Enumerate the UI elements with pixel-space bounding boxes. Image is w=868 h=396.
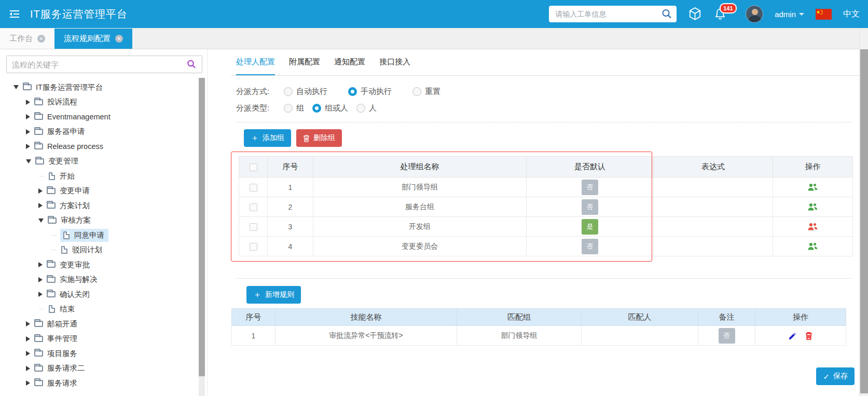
tree-item[interactable]: 服务器申请 [6,125,207,140]
scrollbar-thumb[interactable] [199,78,205,376]
caret-right-icon[interactable] [38,277,43,282]
menu-fold-icon[interactable] [8,9,21,19]
caret-right-icon[interactable] [26,351,30,356]
caret-right-icon[interactable] [26,129,30,134]
radio-auto-execute[interactable]: 自动执行 [284,87,327,97]
tab-workbench[interactable]: 工作台 ✕ [0,29,54,49]
tree-item[interactable]: 项目服务 [6,346,207,361]
tree-item[interactable]: 驳回计划 [6,243,207,258]
close-icon[interactable]: ✕ [115,35,123,43]
group-table-wrap: 序号 处理组名称 是否默认 表达式 操作 1 部门领导组 否 [231,156,859,256]
row-checkbox[interactable] [250,243,257,251]
radio-person[interactable]: 人 [356,103,377,113]
users-icon[interactable] [807,202,818,211]
cube-icon[interactable] [688,7,702,21]
user-menu[interactable]: admin [775,10,804,19]
caret-right-icon[interactable] [38,203,43,208]
tab-handler-config[interactable]: 处理人配置 [236,49,275,75]
tree-item[interactable]: IT服务运营管理平台 [6,80,207,95]
caret-down-icon[interactable] [26,159,31,163]
tree-item[interactable]: 变更审批 [6,257,207,272]
add-rule-button[interactable]: ＋新增规则 [246,286,301,304]
save-button[interactable]: ✓保存 [816,367,855,385]
tree-item[interactable]: 实施与解决 [6,272,207,288]
tree-item[interactable]: 方案计划 [6,198,207,213]
radio-group[interactable]: 组 [284,103,304,113]
caret-right-icon[interactable] [26,336,30,342]
radio-manual-execute[interactable]: 手动执行 [348,87,392,97]
sidebar-scrollbar[interactable] [199,78,205,396]
tree-item[interactable]: Release process [6,139,207,154]
caret-right-icon[interactable] [38,188,43,194]
tree-item[interactable]: Eventmanagement [6,110,207,125]
tree-item[interactable]: 确认关闭 [6,287,207,302]
search-icon[interactable] [186,59,197,70]
tab-interface-access[interactable]: 接口接入 [379,49,410,75]
scrollbar-thumb[interactable] [860,49,868,393]
delete-group-button[interactable]: 删除组 [296,129,342,147]
remark-badge[interactable]: 否 [719,328,735,344]
radio-selected-icon[interactable] [348,87,357,96]
caret-right-icon[interactable] [26,100,30,105]
default-badge[interactable]: 是 [582,219,598,235]
caret-right-icon[interactable] [26,366,30,371]
tree-item[interactable]: 结束 [6,302,207,317]
caret-right-icon[interactable] [26,321,30,326]
tab-process-rule-config[interactable]: 流程规则配置 ✕ [54,29,132,49]
radio-icon[interactable] [356,104,365,113]
tree-connector [39,176,44,176]
global-search-input[interactable] [555,10,659,18]
tab-attachment-config[interactable]: 附属配置 [289,49,320,75]
tab-notify-config[interactable]: 通知配置 [334,49,365,75]
delete-icon[interactable] [805,332,812,340]
caret-right-icon[interactable] [26,144,30,149]
default-badge[interactable]: 否 [582,239,598,254]
caret-right-icon[interactable] [38,292,43,297]
users-icon[interactable] [807,183,818,192]
flag-icon[interactable] [816,9,832,20]
radio-icon[interactable] [284,104,293,113]
tree-item[interactable]: 变更管理 [6,154,207,169]
caret-down-icon[interactable] [38,219,44,223]
caret-right-icon[interactable] [26,380,30,386]
avatar[interactable] [746,5,763,23]
notifications-bell-icon[interactable]: 141 [713,7,727,21]
language-switch[interactable]: 中文 [843,9,860,20]
add-group-button[interactable]: ＋添加组 [244,129,291,147]
caret-down-icon[interactable] [13,85,19,89]
tree-item[interactable]: 开始 [6,169,207,184]
top-header: IT服务运营管理平台 141 admin [0,0,868,28]
users-icon[interactable] [807,222,818,231]
folder-open-icon [23,84,32,90]
tree-item[interactable]: 邮箱开通 [6,317,207,332]
select-all-checkbox[interactable] [250,163,257,171]
caret-right-icon[interactable] [38,262,43,267]
row-checkbox[interactable] [250,223,257,231]
edit-icon[interactable] [789,332,796,340]
search-icon[interactable] [661,8,672,21]
users-icon[interactable] [807,242,818,251]
tree-item[interactable]: 变更申请 [6,184,207,199]
folder-open-icon [48,217,57,224]
tree-item[interactable]: 事件管理 [6,332,207,347]
close-icon[interactable]: ✕ [37,35,45,43]
folder-icon [34,321,43,327]
tree-item[interactable]: 审核方案 [6,213,207,228]
radio-group-or-person[interactable]: 组或人 [312,103,348,113]
tree-connector [52,250,56,250]
tree-item[interactable]: 服务请求 [6,376,207,391]
tree-item[interactable]: 服务请求二 [6,361,207,376]
radio-icon[interactable] [284,87,293,96]
page-scrollbar[interactable] [859,28,868,396]
caret-right-icon[interactable] [26,114,30,119]
tree-search-input[interactable] [12,60,186,69]
default-badge[interactable]: 否 [582,180,598,195]
tree-item-selected[interactable]: 同意申请 [6,228,207,243]
radio-reset[interactable]: 重置 [412,87,440,97]
radio-selected-icon[interactable] [312,104,321,113]
radio-icon[interactable] [412,87,421,96]
tree-item[interactable]: 投诉流程 [6,95,207,110]
default-badge[interactable]: 否 [582,199,598,215]
row-checkbox[interactable] [250,184,257,192]
row-checkbox[interactable] [250,203,257,211]
